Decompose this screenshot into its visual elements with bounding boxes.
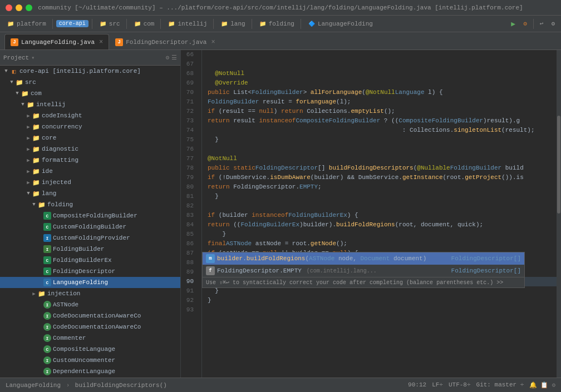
arrow-placeholder — [36, 267, 43, 275]
editor-scroll[interactable]: 66 67 68 69 70 71 72 73 74 75 76 77 78 7… — [181, 50, 561, 378]
line-num-76: 76 — [181, 145, 197, 154]
status-icon-1[interactable]: 🔔 — [529, 381, 537, 389]
toolbar-com[interactable]: 📁 com — [130, 18, 158, 29]
sidebar-item-codedoc1[interactable]: I CodeDocumentationAwareCo — [0, 310, 180, 321]
sidebar-item-lang[interactable]: ▼ 📁 lang — [0, 188, 180, 199]
sidebar-item-fctsbackedlighterast[interactable]: C FCTSBackedLighterAST — [0, 377, 180, 378]
line-num-83: 83 — [181, 211, 197, 220]
sidebar-item-src[interactable]: ▼ 📁 src — [0, 77, 180, 88]
tab-close2[interactable]: × — [211, 38, 215, 46]
status-lf[interactable]: LF÷ — [432, 381, 443, 389]
status-encoding[interactable]: UTF-8÷ — [449, 381, 471, 389]
toolbar-intellij[interactable]: 📁 intellij — [164, 18, 210, 29]
tab-label2: FoldingDescriptor.java — [126, 39, 206, 46]
sidebar-item-injected[interactable]: ▶ 📁 injected — [0, 177, 180, 188]
folder-icon: 📁 — [32, 145, 40, 153]
line-num-89: 89 — [181, 267, 197, 277]
toolbar-sep7 — [301, 19, 301, 29]
traffic-lights[interactable] — [6, 4, 32, 11]
sidebar-item-formatting[interactable]: ▶ 📁 formatting — [0, 155, 180, 166]
arrow-icon: ▶ — [24, 167, 32, 175]
status-icon-2[interactable]: 📋 — [540, 381, 548, 389]
code-line-82 — [208, 201, 557, 211]
toolbar-languagefolding[interactable]: 🔷 LanguageFolding — [304, 18, 376, 29]
tab-foldingdescriptor[interactable]: J FoldingDescriptor.java × — [109, 34, 221, 49]
line-num-72: 72 — [181, 107, 197, 116]
sidebar-item-folding[interactable]: ▼ 📁 folding — [0, 199, 180, 210]
item-label: injected — [42, 179, 71, 186]
sidebar-item-commenter[interactable]: I Commenter — [0, 333, 180, 344]
status-icon-3[interactable]: ⚙ — [552, 381, 555, 389]
toolbar-undo[interactable]: ↩ — [537, 19, 547, 28]
sidebar-item-ide[interactable]: ▶ 📁 ide — [0, 166, 180, 177]
toolbar-folding[interactable]: 📁 folding — [255, 18, 297, 29]
sidebar-item-codedoc2[interactable]: I CodeDocumentationAwareCo — [0, 321, 180, 333]
scroll-indicator[interactable] — [557, 50, 561, 378]
sidebar-dropdown[interactable]: ▾ — [31, 54, 35, 61]
sidebar-item-compositefoldingbuilder[interactable]: C CompositeFoldingBuilder — [0, 210, 180, 221]
arrow-placeholder — [36, 212, 43, 220]
folder-icon: 📁 — [38, 290, 46, 297]
folder-icon: 📁 — [6, 19, 15, 28]
breadcrumb: LanguageFolding › buildFoldingDescriptor… — [6, 382, 403, 389]
ac-item-2[interactable]: f FoldingDescriptor.EMPTY (com.intellij.… — [203, 265, 524, 277]
fullscreen-button[interactable] — [26, 4, 32, 11]
item-label: CustomFoldingBuilder — [53, 224, 126, 230]
toolbar-lang[interactable]: 📁 lang — [217, 18, 248, 29]
code-line-68: @NotNull — [208, 69, 557, 78]
sidebar-item-diagnostic[interactable]: ▶ 📁 diagnostic — [0, 143, 180, 155]
tab-languagefolding[interactable]: J LanguageFolding.java × — [4, 34, 109, 49]
line-numbers: 66 67 68 69 70 71 72 73 74 75 76 77 78 7… — [181, 50, 202, 378]
toolbar-settings[interactable]: ⚙ — [548, 19, 558, 28]
arrow-icon: ▶ — [24, 112, 32, 120]
tabs-bar: J LanguageFolding.java × J FoldingDescri… — [0, 32, 561, 50]
line-num-80: 80 — [181, 182, 197, 192]
sidebar-tool-settings[interactable]: ☰ — [171, 54, 177, 61]
toolbar-debug[interactable]: ⚙ — [520, 19, 530, 28]
item-label: ide — [42, 168, 53, 175]
sidebar-item-injection[interactable]: ▶ 📁 injection — [0, 288, 180, 299]
toolbar-src[interactable]: 📁 src — [96, 18, 123, 29]
code-area[interactable]: @NotNull @Override public List<FoldingBu… — [202, 50, 557, 378]
code-line-75: } — [208, 135, 557, 145]
toolbar-build[interactable]: ▶ — [508, 18, 518, 29]
code-line-70: public List<FoldingBuilder> allForLangua… — [208, 88, 557, 97]
autocomplete-popup[interactable]: m builder.buildFoldRegions(ASTNode node,… — [202, 252, 525, 288]
status-position[interactable]: 90:12 — [408, 381, 426, 389]
sidebar-item-intellij[interactable]: ▼ 📁 intellij — [0, 99, 180, 110]
close-button[interactable] — [6, 4, 12, 11]
sidebar-item-foldingbuilderex[interactable]: C FoldingBuilderEx — [0, 255, 180, 266]
com-icon: 📁 — [133, 19, 142, 28]
sidebar-item-customfoldingprovider[interactable]: I CustomFoldingProvider — [0, 232, 180, 244]
arrow-placeholder — [36, 279, 43, 286]
line-num-79: 79 — [181, 173, 197, 182]
sidebar-item-codeinsight[interactable]: ▶ 📁 codeInsight — [0, 110, 180, 121]
sidebar-tool-cog[interactable]: ⚙ — [165, 54, 169, 61]
sidebar-item-core-api[interactable]: ▼ ◧ core-api [intellij.platform.core] — [0, 66, 180, 77]
item-label: codeInsight — [42, 112, 82, 119]
sidebar-item-languagefolding[interactable]: C LanguageFolding — [0, 277, 180, 288]
line-num-87: 87 — [181, 249, 197, 258]
status-right: 90:12 LF÷ UTF-8÷ Git: master ÷ 🔔 📋 ⚙ — [408, 381, 555, 389]
sidebar-item-com[interactable]: ▼ 📁 com — [0, 88, 180, 99]
sidebar-item-core[interactable]: ▶ 📁 core — [0, 132, 180, 143]
status-vcs[interactable]: Git: master ÷ — [476, 381, 524, 389]
sidebar-item-foldingbuilder[interactable]: I FoldingBuilder — [0, 244, 180, 255]
sidebar-item-concurrency[interactable]: ▶ 📁 concurrency — [0, 121, 180, 132]
arrow-placeholder — [36, 312, 43, 320]
arrow-placeholder — [36, 301, 43, 309]
tab-close[interactable]: × — [99, 38, 103, 46]
arrow-placeholder — [36, 234, 43, 242]
sidebar-item-customuncommenter[interactable]: I CustomUncommenter — [0, 355, 180, 366]
sidebar-item-dependentlanguage[interactable]: I DependentLanguage — [0, 366, 180, 377]
ac-item-1[interactable]: m builder.buildFoldRegions(ASTNode node,… — [203, 252, 524, 265]
toolbar-core-api[interactable]: core-api — [56, 20, 88, 27]
sidebar-item-astnode[interactable]: I ASTNode — [0, 299, 180, 310]
sidebar-item-foldingdescriptor[interactable]: C FoldingDescriptor — [0, 266, 180, 277]
sidebar-item-compositelanguage[interactable]: C CompositeLanguage — [0, 344, 180, 355]
toolbar-platform[interactable]: 📁 platform — [3, 18, 49, 29]
folder-icon: 📁 — [16, 78, 23, 86]
minimize-button[interactable] — [16, 4, 22, 11]
sidebar-item-customfoldingbuilder[interactable]: C CustomFoldingBuilder — [0, 221, 180, 232]
code-line-67 — [208, 59, 557, 69]
